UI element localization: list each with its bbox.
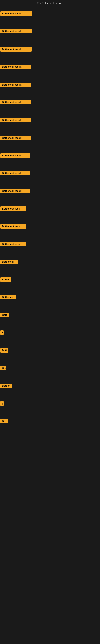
result-row-4: Bottleneck result [0, 64, 31, 70]
bottleneck-badge-5[interactable]: Bottleneck result [0, 82, 31, 87]
result-row-8: Bottleneck result [0, 136, 31, 141]
bottleneck-badge-4[interactable]: Bottleneck result [0, 64, 31, 69]
result-row-3: Bottleneck result [0, 47, 32, 52]
bottleneck-badge-13[interactable]: Bottleneck resu [0, 224, 26, 228]
bottleneck-badge-10[interactable]: Bottleneck result [0, 171, 30, 176]
result-row-7: Bottleneck result [0, 118, 31, 123]
bottleneck-badge-21[interactable]: Bo [0, 366, 6, 370]
result-row-2: Bottleneck result [0, 29, 32, 34]
result-row-13: Bottleneck resu [0, 224, 26, 230]
bottleneck-badge-9[interactable]: Bottleneck result [0, 153, 30, 158]
result-row-9: Bottleneck result [0, 153, 30, 158]
result-row-24: Bott [0, 419, 8, 424]
bottleneck-badge-12[interactable]: Bottleneck resu [0, 206, 26, 211]
result-row-1: Bottleneck result [0, 12, 32, 17]
bottleneck-badge-18[interactable]: Bott [0, 313, 9, 317]
result-row-16: Bottle [0, 277, 11, 282]
result-row-10: Bottleneck result [0, 171, 30, 176]
result-row-5: Bottleneck result [0, 82, 31, 88]
bottleneck-badge-1[interactable]: Bottleneck result [0, 12, 32, 16]
bottleneck-badge-6[interactable]: Bottleneck result [0, 100, 31, 104]
result-row-15: Bottleneck [0, 260, 18, 265]
bottleneck-badge-11[interactable]: Bottleneck result [0, 189, 30, 193]
result-row-14: Bottleneck resu [0, 242, 26, 247]
result-row-19: B [0, 330, 3, 336]
bottleneck-badge-7[interactable]: Bottleneck result [0, 118, 31, 122]
result-row-18: Bott [0, 313, 9, 318]
bottleneck-badge-17[interactable]: Bottlenec [0, 295, 16, 300]
bottleneck-badge-3[interactable]: Bottleneck result [0, 47, 32, 52]
bottleneck-badge-22[interactable]: Bottlen [0, 384, 12, 388]
bottleneck-badge-14[interactable]: Bottleneck resu [0, 242, 26, 246]
bottleneck-badge-23[interactable]: | [0, 401, 3, 406]
bottleneck-badge-8[interactable]: Bottleneck result [0, 136, 31, 140]
bottleneck-badge-15[interactable]: Bottleneck [0, 260, 18, 264]
result-row-12: Bottleneck resu [0, 206, 26, 212]
bottleneck-badge-19[interactable]: B [0, 330, 3, 335]
bottleneck-badge-20[interactable]: Bott [0, 348, 8, 352]
result-row-22: Bottlen [0, 384, 12, 389]
result-row-23: | [0, 401, 3, 406]
result-row-11: Bottleneck result [0, 189, 30, 194]
result-row-21: Bo [0, 366, 6, 371]
bottleneck-badge-16[interactable]: Bottle [0, 277, 11, 282]
bottleneck-badge-2[interactable]: Bottleneck result [0, 29, 32, 34]
result-row-17: Bottlenec [0, 295, 16, 300]
bottleneck-badge-24[interactable]: Bott [0, 419, 8, 424]
result-row-20: Bott [0, 348, 8, 354]
site-title: TheBottlenecker.com [0, 0, 100, 6]
result-row-6: Bottleneck result [0, 100, 31, 105]
